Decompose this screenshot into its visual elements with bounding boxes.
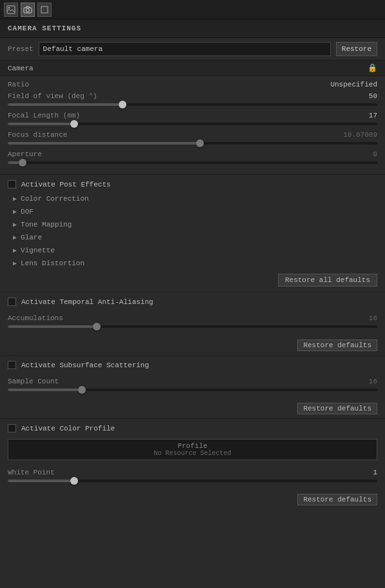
subsurface-checkbox-row[interactable]: Activate Subsurface Scattering bbox=[0, 357, 385, 373]
focus-slider-thumb[interactable] bbox=[196, 139, 204, 147]
square-tab-icon[interactable] bbox=[37, 3, 52, 17]
profile-value: No Resource Selected bbox=[14, 450, 371, 457]
restore-all-defaults-button[interactable]: Restore all defaults bbox=[278, 274, 377, 287]
temporal-aa-properties: Accumulations 16 bbox=[0, 310, 385, 337]
preset-label: Preset bbox=[8, 45, 34, 53]
sample-row: Sample Count 16 bbox=[8, 376, 377, 387]
tone-mapping-item[interactable]: ▶ Tone Mapping bbox=[0, 218, 385, 231]
white-slider-fill bbox=[8, 480, 74, 482]
post-effects-label: Activate Post Effects bbox=[21, 181, 111, 188]
image-tab-icon[interactable] bbox=[4, 3, 18, 17]
focal-row: Focal Length (mm) 17 bbox=[8, 110, 377, 121]
camera-tab-icon[interactable] bbox=[21, 3, 35, 17]
focal-slider-container[interactable] bbox=[8, 121, 377, 129]
profile-title: Profile bbox=[14, 442, 371, 450]
sample-slider-track[interactable] bbox=[8, 389, 377, 391]
accum-slider-thumb[interactable] bbox=[93, 323, 101, 330]
accum-row: Accumulations 16 bbox=[8, 312, 377, 324]
fov-value: 50 bbox=[369, 92, 377, 100]
color-profile-label: Activate Color Profile bbox=[21, 425, 115, 432]
sample-slider-fill bbox=[8, 389, 82, 391]
color-profile-checkbox-row[interactable]: Activate Color Profile bbox=[0, 420, 385, 436]
focus-row: Focus distance 18.07089 bbox=[8, 129, 377, 141]
svg-rect-4 bbox=[41, 6, 48, 13]
divider-1 bbox=[0, 174, 385, 175]
toolbar bbox=[0, 0, 385, 19]
fov-slider-thumb[interactable] bbox=[119, 101, 126, 108]
glare-label: Glare bbox=[21, 234, 42, 241]
divider-2 bbox=[0, 292, 385, 292]
chevron-tone-mapping: ▶ bbox=[13, 221, 17, 228]
white-point-row: White Point 1 bbox=[8, 467, 377, 478]
aperture-value: 0 bbox=[373, 150, 377, 158]
color-profile-checkbox[interactable] bbox=[8, 424, 16, 432]
lens-distortion-label: Lens Distortion bbox=[21, 259, 84, 267]
dof-item[interactable]: ▶ DOF bbox=[0, 205, 385, 218]
svg-point-1 bbox=[8, 6, 10, 8]
focus-slider-track[interactable] bbox=[8, 142, 377, 145]
chevron-color-correction: ▶ bbox=[13, 195, 17, 203]
focal-value: 17 bbox=[369, 112, 377, 119]
focus-label: Focus distance bbox=[8, 131, 67, 139]
profile-input-area[interactable]: Profile No Resource Selected bbox=[8, 439, 377, 460]
restore-all-defaults-row: Restore all defaults bbox=[0, 270, 385, 290]
sample-value: 16 bbox=[369, 378, 377, 385]
temporal-aa-restore-row: Restore defaults bbox=[0, 337, 385, 354]
aperture-slider-track[interactable] bbox=[8, 161, 377, 164]
white-point-value: 1 bbox=[373, 469, 377, 476]
glare-item[interactable]: ▶ Glare bbox=[0, 231, 385, 244]
focus-slider-fill bbox=[8, 142, 200, 145]
temporal-aa-checkbox-row[interactable]: Activate Temporal Anti-Aliasing bbox=[0, 294, 385, 310]
ratio-label: Ratio bbox=[8, 81, 29, 88]
color-correction-label: Color Correction bbox=[21, 195, 89, 203]
aperture-slider-container[interactable] bbox=[8, 160, 377, 168]
temporal-aa-checkbox[interactable] bbox=[8, 298, 16, 306]
chevron-vignette: ▶ bbox=[13, 247, 17, 254]
camera-section-header: Camera 🔒 bbox=[0, 60, 385, 76]
subsurface-restore-button[interactable]: Restore defaults bbox=[297, 403, 377, 414]
fov-slider-track[interactable] bbox=[8, 103, 377, 106]
accum-value: 16 bbox=[369, 314, 377, 322]
color-profile-restore-row: Restore defaults bbox=[0, 491, 385, 508]
divider-3 bbox=[0, 355, 385, 356]
focal-slider-thumb[interactable] bbox=[70, 120, 78, 128]
vignette-label: Vignette bbox=[21, 247, 55, 254]
color-correction-item[interactable]: ▶ Color Correction bbox=[0, 192, 385, 205]
sample-slider-container[interactable] bbox=[8, 387, 377, 395]
subsurface-label: Activate Subsurface Scattering bbox=[21, 361, 149, 369]
focal-slider-track[interactable] bbox=[8, 123, 377, 125]
aperture-slider-thumb[interactable] bbox=[19, 159, 26, 167]
white-slider-thumb[interactable] bbox=[70, 477, 78, 485]
focus-value: 18.07089 bbox=[343, 131, 377, 139]
camera-section-title: Camera bbox=[8, 65, 34, 72]
ratio-row: Ratio Unspecified bbox=[8, 79, 377, 90]
temporal-aa-label: Activate Temporal Anti-Aliasing bbox=[21, 298, 153, 306]
vignette-item[interactable]: ▶ Vignette bbox=[0, 244, 385, 257]
divider-4 bbox=[0, 418, 385, 419]
post-effects-checkbox-row[interactable]: Activate Post Effects bbox=[0, 176, 385, 192]
lens-distortion-item[interactable]: ▶ Lens Distortion bbox=[0, 257, 385, 270]
fov-row: Field of view (deg °) 50 bbox=[8, 90, 377, 102]
sample-slider-thumb[interactable] bbox=[78, 386, 86, 394]
preset-input[interactable] bbox=[39, 42, 331, 56]
temporal-aa-restore-button[interactable]: Restore defaults bbox=[297, 340, 377, 351]
white-slider-container[interactable] bbox=[8, 478, 377, 486]
dof-label: DOF bbox=[21, 208, 34, 216]
fov-slider-container[interactable] bbox=[8, 102, 377, 110]
accum-slider-track[interactable] bbox=[8, 325, 377, 328]
svg-point-3 bbox=[26, 8, 30, 12]
post-effects-checkbox[interactable] bbox=[8, 180, 16, 188]
focal-label: Focal Length (mm) bbox=[8, 112, 80, 119]
subsurface-checkbox[interactable] bbox=[8, 361, 16, 369]
chevron-lens-distortion: ▶ bbox=[13, 259, 17, 267]
chevron-dof: ▶ bbox=[13, 208, 17, 216]
white-point-label: White Point bbox=[8, 469, 55, 476]
lock-icon: 🔒 bbox=[368, 63, 377, 73]
restore-preset-button[interactable]: Restore bbox=[336, 42, 377, 56]
focus-slider-container[interactable] bbox=[8, 141, 377, 148]
white-slider-track[interactable] bbox=[8, 480, 377, 482]
color-profile-restore-button[interactable]: Restore defaults bbox=[297, 494, 377, 505]
sample-label: Sample Count bbox=[8, 378, 59, 385]
accum-slider-container[interactable] bbox=[8, 324, 377, 332]
subsurface-properties: Sample Count 16 bbox=[0, 373, 385, 400]
